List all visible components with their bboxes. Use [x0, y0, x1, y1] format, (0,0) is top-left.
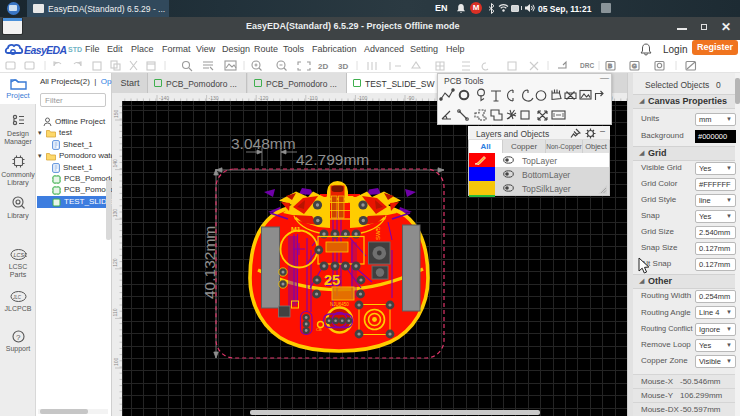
svg-text:140: 140 [113, 159, 119, 168]
svg-text:-110: -110 [308, 95, 318, 101]
svg-text:B: B [608, 63, 612, 69]
svg-text:CB: CB [316, 327, 322, 332]
svg-text:130: 130 [113, 209, 119, 218]
svg-text:SW5: SW5 [375, 226, 381, 240]
svg-text:?: ? [16, 333, 21, 342]
svg-text:-140: -140 [159, 95, 169, 101]
svg-text:2D: 2D [318, 62, 328, 71]
svg-text:3D: 3D [338, 62, 348, 71]
svg-text:3.048mm: 3.048mm [231, 135, 296, 152]
svg-text:42.799mm: 42.799mm [296, 151, 369, 168]
svg-text:-120: -120 [258, 95, 268, 101]
svg-text:-100: -100 [357, 95, 367, 101]
svg-text:-130: -130 [209, 95, 219, 101]
svg-text:M1: M1 [291, 226, 301, 233]
svg-text:JLC: JLC [12, 295, 22, 300]
svg-text:DRC: DRC [580, 62, 594, 69]
svg-text:150: 150 [113, 109, 119, 118]
svg-text:25: 25 [324, 272, 340, 288]
svg-text:LCSC: LCSC [14, 252, 28, 258]
svg-text:110: 110 [113, 308, 119, 316]
svg-text:120: 120 [113, 258, 119, 267]
svg-text:-90: -90 [407, 95, 414, 101]
svg-text:100: 100 [113, 357, 119, 366]
svg-text:G: G [632, 63, 637, 69]
